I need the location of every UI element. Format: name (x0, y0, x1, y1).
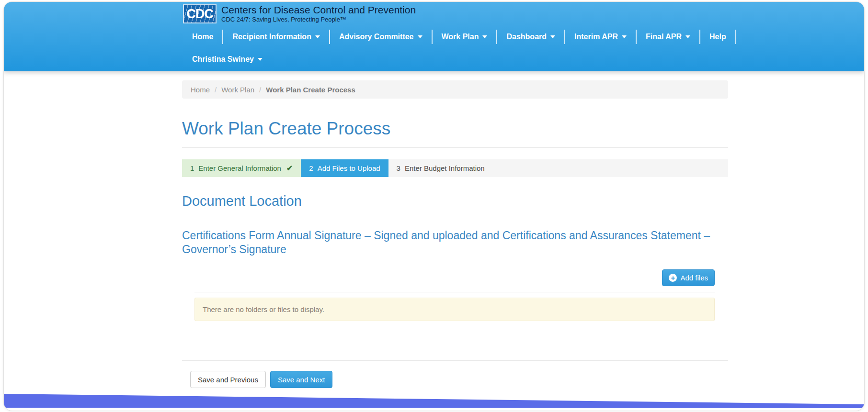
step-label: Enter Budget Information (405, 164, 485, 172)
wizard-step-1-general-information[interactable]: 1 Enter General Information ✔ (182, 159, 301, 177)
breadcrumb-link-work-plan[interactable]: Work Plan (221, 86, 254, 94)
cdc-logo: CDC Centers for Disease Control and Prev… (183, 4, 864, 23)
check-icon: ✔ (286, 164, 293, 173)
add-files-button[interactable]: + Add files (662, 269, 715, 286)
step-label: Add Files to Upload (318, 164, 380, 172)
nav-item-final-apr[interactable]: Final APR (637, 30, 699, 44)
section-heading: Document Location (182, 193, 728, 209)
step-label: Enter General Information (198, 164, 281, 172)
cdc-logo-text: Centers for Disease Control and Preventi… (221, 4, 416, 23)
nav-item-label: Interim APR (574, 33, 618, 41)
breadcrumb-separator: / (259, 86, 261, 94)
chevron-down-icon (482, 35, 487, 38)
upload-toolbar: + Add files (194, 264, 715, 292)
cdc-logo-acronym: CDC (186, 7, 213, 22)
nav-item-advisory-committee[interactable]: Advisory Committee (330, 30, 432, 44)
site-header: CDC Centers for Disease Control and Prev… (4, 2, 864, 71)
chevron-down-icon (685, 35, 690, 38)
nav-item-label: Dashboard (506, 33, 547, 41)
save-and-next-button[interactable]: Save and Next (270, 371, 332, 388)
breadcrumb-link-home[interactable]: Home (191, 86, 210, 94)
nav-item-label: Help (709, 33, 726, 41)
chevron-down-icon (550, 35, 555, 38)
user-menu[interactable]: Christina Swiney (183, 52, 272, 67)
wizard-steps: 1 Enter General Information ✔ 2 Add File… (182, 159, 728, 177)
nav-item-home[interactable]: Home (183, 30, 222, 44)
chevron-down-icon (418, 35, 423, 38)
nav-item-interim-apr[interactable]: Interim APR (565, 30, 636, 44)
divider (182, 217, 728, 217)
page-title: Work Plan Create Process (182, 119, 728, 139)
chevron-down-icon (258, 58, 263, 61)
step-number: 2 (309, 164, 313, 172)
nav-item-work-plan[interactable]: Work Plan (433, 30, 497, 44)
nav-item-label: Home (192, 33, 213, 41)
main-nav: Home Recipient Information Advisory Comm… (183, 30, 864, 44)
nav-item-label: Recipient Information (232, 33, 311, 41)
breadcrumb-separator: / (215, 86, 217, 94)
divider (182, 360, 728, 361)
user-menu-label: Christina Swiney (192, 55, 254, 64)
step-number: 3 (397, 164, 400, 172)
step-number: 1 (190, 164, 194, 172)
nav-item-dashboard[interactable]: Dashboard (497, 30, 564, 44)
page-content: Home / Work Plan / Work Plan Create Proc… (182, 80, 728, 388)
save-and-previous-button[interactable]: Save and Previous (190, 371, 266, 388)
nav-item-recipient-information[interactable]: Recipient Information (223, 30, 329, 44)
breadcrumb: Home / Work Plan / Work Plan Create Proc… (182, 80, 728, 99)
file-upload-widget: + Add files There are no folders or file… (194, 264, 715, 321)
decorative-wedge (4, 390, 864, 411)
empty-files-alert: There are no folders or files to display… (194, 298, 715, 321)
plus-icon: + (669, 274, 677, 282)
nav-item-label: Work Plan (442, 33, 479, 41)
divider (182, 147, 728, 148)
nav-divider (735, 30, 736, 44)
cdc-logo-tagline: CDC 24/7: Saving Lives, Protecting Peopl… (221, 16, 416, 23)
wizard-step-3-budget-information[interactable]: 3 Enter Budget Information (388, 159, 728, 177)
chevron-down-icon (622, 35, 627, 38)
cdc-logo-title: Centers for Disease Control and Preventi… (221, 4, 416, 16)
add-files-label: Add files (680, 274, 708, 282)
nav-item-help[interactable]: Help (700, 30, 735, 44)
nav-item-label: Final APR (646, 33, 682, 41)
nav-item-label: Advisory Committee (339, 33, 414, 41)
cdc-logo-icon: CDC (183, 4, 217, 23)
user-nav: Christina Swiney (183, 52, 864, 67)
wizard-step-2-add-files[interactable]: 2 Add Files to Upload (301, 159, 388, 177)
app-window: CDC Centers for Disease Control and Prev… (3, 1, 865, 411)
chevron-down-icon (315, 35, 320, 38)
document-description: Certifications Form Annual Signature – S… (182, 229, 731, 256)
footer-actions: Save and Previous Save and Next (190, 371, 728, 388)
breadcrumb-current: Work Plan Create Process (266, 86, 355, 94)
